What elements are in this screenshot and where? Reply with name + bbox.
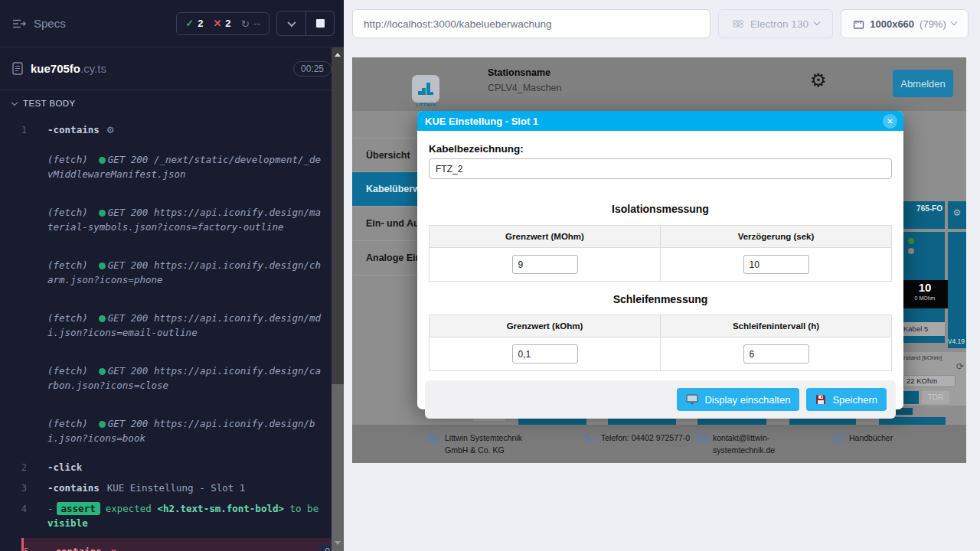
tdr-button[interactable]: TDR [922, 391, 949, 404]
viewport-selector[interactable]: 1000x660 (79%) [841, 9, 969, 38]
app-footer: Littwin Systemtechnik GmbH & Co. KG Tele… [352, 425, 966, 463]
kue-settings-modal: KUE Einstellung - Slot 1 ✕ Kabelbezeichn… [417, 111, 903, 409]
fetch-status: GET 200 [108, 207, 149, 218]
specs-menu-icon [12, 18, 27, 29]
stat-failed: ✕ 2 [213, 18, 230, 29]
command-assert[interactable]: 4 -assertexpected <h2.text-sm.font-bold>… [21, 501, 328, 530]
factory-icon [428, 433, 440, 457]
command-contains-failed[interactable]: 5 -containsx 0 [21, 538, 344, 551]
logout-button[interactable]: Abmelden [893, 70, 953, 97]
fetch-url: /_next/static/development/_devMiddleware… [47, 154, 321, 180]
iso-delay-input[interactable] [743, 255, 809, 274]
card-fragment [902, 391, 919, 404]
command-click[interactable]: 2 -click [21, 460, 328, 475]
station-value: CPLV4_Maschen [488, 83, 561, 93]
fetch-prefix: (fetch) [47, 312, 88, 324]
resistance-label: rstand [kOhm] [903, 354, 942, 361]
assert-badge: assert [57, 502, 100, 515]
status-dot-gray-icon [908, 248, 914, 254]
assert-target: <h2.text-sm.font-bold> [157, 503, 284, 514]
cypress-reporter: Specs ✓ 2 ✕ 2 ↻ -- kue705fo.cy. [0, 0, 344, 551]
command-argument: KUE Einstellung - Slot 1 [107, 482, 246, 494]
stop-button[interactable] [305, 11, 334, 35]
chevron-down-icon [951, 19, 957, 25]
command-log: 1 -contains⚙ (fetch)GET 200 /_next/stati… [0, 114, 344, 530]
iso-limit-input[interactable] [512, 255, 578, 274]
failed-icon: ✕ [213, 18, 221, 29]
fetch-prefix: (fetch) [47, 365, 88, 377]
cable-name-label: Kabel 5 [902, 322, 945, 336]
fetch-status: GET 200 [108, 259, 149, 271]
aut-toolbar: Electron 130 1000x660 (79%) [344, 0, 980, 47]
fetch-log: (fetch)GET 200 https://api.iconify.desig… [21, 302, 328, 349]
loop-limit-input[interactable] [512, 344, 578, 364]
specs-label: Specs [34, 17, 66, 30]
phone-icon [584, 433, 596, 447]
littwin-logo-icon [412, 75, 439, 103]
pending-count: -- [253, 18, 260, 29]
spec-row: kue705fo.cy.ts 00:25 [0, 47, 344, 90]
stop-icon [316, 19, 325, 28]
resistance-value: 22 KOhm [903, 375, 956, 387]
fetch-status: GET 200 [108, 154, 149, 165]
scrollbar-thumb[interactable] [332, 384, 344, 551]
fetch-log: (fetch)GET 200 https://api.iconify.desig… [21, 354, 328, 402]
specs-button[interactable]: Specs [12, 17, 66, 30]
close-icon[interactable]: ✕ [883, 114, 897, 129]
table-cell [430, 337, 661, 371]
spec-extension: .cy.ts [80, 62, 106, 75]
command-contains-3[interactable]: 3 -containsKUE Einstellung - Slot 1 [21, 481, 328, 496]
display-on-button[interactable]: Display einschalten [677, 388, 799, 411]
url-input[interactable] [352, 9, 710, 38]
slot-gear-icon[interactable]: ⚙ [948, 201, 966, 229]
email-icon [696, 433, 708, 457]
settings-gear-icon[interactable]: ⚙ [810, 71, 827, 90]
electron-icon [732, 18, 744, 30]
fetch-status: GET 200 [108, 312, 149, 324]
fetch-prefix: (fetch) [47, 418, 88, 429]
stat-passed: ✓ 2 [185, 18, 203, 29]
browser-selector[interactable]: Electron 130 [718, 9, 833, 38]
station-info: Stationsname CPLV4_Maschen [488, 67, 561, 93]
modal-body: Kabelbezeichnung: Isolationsmessung Gren… [417, 131, 903, 371]
firmware-version: V4.19 [945, 337, 966, 345]
passed-icon: ✓ [185, 18, 194, 29]
column-header: Grenzwert (kOhm) [430, 315, 661, 337]
logo-wordmark: LITTWIN [407, 103, 444, 107]
loop-interval-input[interactable] [743, 344, 809, 364]
footer-manuals[interactable]: Handbücher [832, 432, 939, 447]
measurement-value: 10 [902, 280, 948, 295]
spec-name[interactable]: kue705fo.cy.ts [31, 62, 106, 75]
cable-designation-label: Kabelbezeichnung: [429, 143, 892, 155]
measurement-display: 10 0 MOhm [902, 280, 948, 308]
fetch-url: https://api.iconify.design/material-symb… [47, 207, 321, 233]
save-button[interactable]: Speichern [806, 388, 887, 411]
scroll-up-arrow-icon[interactable] [335, 53, 341, 57]
command-argument: x [111, 546, 117, 551]
fetch-url: https://api.iconify.design/carbon.json?i… [47, 365, 321, 391]
test-body-toggle[interactable]: TEST BODY [0, 90, 344, 114]
phone-number: Telefon: 04402 972577-0 [601, 432, 693, 447]
manuals-link: Handbücher [849, 432, 893, 447]
company-name: Littwin Systemtechnik GmbH & Co. KG [445, 432, 535, 457]
success-dot-icon [99, 421, 106, 428]
cable-designation-input[interactable] [429, 158, 892, 179]
fetch-log: (fetch)GET 200 /_next/static/development… [21, 143, 328, 191]
footer-phone: Telefon: 04402 972577-0 [584, 432, 696, 447]
command-name: -click [47, 461, 82, 473]
command-contains-1[interactable]: 1 -contains⚙ [21, 122, 328, 138]
scroll-down-arrow-icon[interactable] [335, 541, 341, 545]
fetch-log: (fetch)GET 200 https://api.iconify.desig… [21, 249, 328, 296]
test-body-label: TEST BODY [23, 99, 76, 108]
column-header: Grenzwert (MOhm) [430, 226, 661, 248]
reporter-scrollbar[interactable] [332, 47, 344, 551]
refresh-icon[interactable]: ⟳ [956, 361, 964, 372]
column-header: Verzögerung (sek) [661, 226, 892, 248]
table-cell [661, 248, 892, 282]
command-number: 3 [21, 481, 47, 496]
book-icon [832, 433, 844, 447]
chevron-down-icon [287, 18, 296, 26]
gear-icon: ⚙ [106, 125, 115, 135]
collapse-button[interactable] [277, 11, 305, 35]
fetch-prefix: (fetch) [47, 154, 88, 165]
